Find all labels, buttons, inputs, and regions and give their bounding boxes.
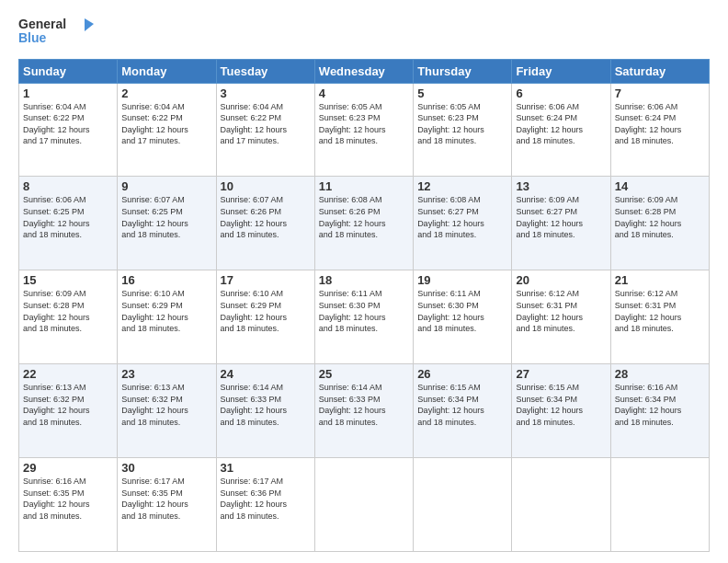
calendar-cell: 22Sunrise: 6:13 AMSunset: 6:32 PMDayligh… <box>19 364 118 458</box>
day-number: 4 <box>319 86 409 100</box>
calendar-cell <box>512 458 610 552</box>
logo: General Blue <box>18 15 101 52</box>
day-number: 13 <box>516 179 606 193</box>
day-number: 7 <box>615 86 705 100</box>
day-info: Sunrise: 6:13 AMSunset: 6:32 PMDaylight:… <box>23 383 90 427</box>
calendar-cell: 3Sunrise: 6:04 AMSunset: 6:22 PMDaylight… <box>216 83 314 177</box>
calendar-cell: 23Sunrise: 6:13 AMSunset: 6:32 PMDayligh… <box>118 364 216 458</box>
calendar-cell: 26Sunrise: 6:15 AMSunset: 6:34 PMDayligh… <box>414 364 512 458</box>
calendar-week-row: 15Sunrise: 6:09 AMSunset: 6:28 PMDayligh… <box>19 270 710 364</box>
day-info: Sunrise: 6:05 AMSunset: 6:23 PMDaylight:… <box>319 102 386 146</box>
day-info: Sunrise: 6:17 AMSunset: 6:36 PMDaylight:… <box>221 477 288 521</box>
day-number: 18 <box>319 273 409 287</box>
calendar-cell: 13Sunrise: 6:09 AMSunset: 6:27 PMDayligh… <box>512 177 610 270</box>
calendar-cell <box>314 458 413 552</box>
day-info: Sunrise: 6:04 AMSunset: 6:22 PMDaylight:… <box>221 102 288 146</box>
calendar-cell: 4Sunrise: 6:05 AMSunset: 6:23 PMDaylight… <box>314 83 413 177</box>
day-number: 16 <box>121 273 211 287</box>
calendar-header-row: SundayMondayTuesdayWednesdayThursdayFrid… <box>19 59 710 83</box>
day-info: Sunrise: 6:16 AMSunset: 6:34 PMDaylight:… <box>615 383 682 427</box>
day-info: Sunrise: 6:12 AMSunset: 6:31 PMDaylight:… <box>516 289 583 333</box>
day-number: 20 <box>516 273 606 287</box>
calendar-cell <box>414 458 512 552</box>
calendar-cell: 8Sunrise: 6:06 AMSunset: 6:25 PMDaylight… <box>19 177 118 270</box>
calendar-week-row: 8Sunrise: 6:06 AMSunset: 6:25 PMDaylight… <box>19 177 710 270</box>
calendar-cell: 7Sunrise: 6:06 AMSunset: 6:24 PMDaylight… <box>610 83 709 177</box>
calendar-cell: 30Sunrise: 6:17 AMSunset: 6:35 PMDayligh… <box>118 458 216 552</box>
calendar-cell: 16Sunrise: 6:10 AMSunset: 6:29 PMDayligh… <box>118 270 216 364</box>
day-number: 30 <box>121 461 211 475</box>
day-number: 27 <box>516 367 606 381</box>
day-info: Sunrise: 6:04 AMSunset: 6:22 PMDaylight:… <box>121 102 188 146</box>
calendar-cell: 5Sunrise: 6:05 AMSunset: 6:23 PMDaylight… <box>414 83 512 177</box>
day-info: Sunrise: 6:09 AMSunset: 6:28 PMDaylight:… <box>615 195 682 239</box>
calendar-cell: 17Sunrise: 6:10 AMSunset: 6:29 PMDayligh… <box>216 270 314 364</box>
day-number: 1 <box>23 86 113 100</box>
day-number: 8 <box>23 179 113 193</box>
day-number: 19 <box>417 273 507 287</box>
day-info: Sunrise: 6:08 AMSunset: 6:26 PMDaylight:… <box>319 195 386 239</box>
day-number: 26 <box>417 367 507 381</box>
calendar-cell: 25Sunrise: 6:14 AMSunset: 6:33 PMDayligh… <box>314 364 413 458</box>
day-info: Sunrise: 6:09 AMSunset: 6:28 PMDaylight:… <box>23 289 90 333</box>
calendar-cell: 29Sunrise: 6:16 AMSunset: 6:35 PMDayligh… <box>19 458 118 552</box>
header: General Blue <box>18 15 710 52</box>
day-info: Sunrise: 6:09 AMSunset: 6:27 PMDaylight:… <box>516 195 583 239</box>
calendar-cell: 12Sunrise: 6:08 AMSunset: 6:27 PMDayligh… <box>414 177 512 270</box>
day-info: Sunrise: 6:11 AMSunset: 6:30 PMDaylight:… <box>319 289 386 333</box>
calendar-cell: 20Sunrise: 6:12 AMSunset: 6:31 PMDayligh… <box>512 270 610 364</box>
calendar-cell: 24Sunrise: 6:14 AMSunset: 6:33 PMDayligh… <box>216 364 314 458</box>
day-info: Sunrise: 6:15 AMSunset: 6:34 PMDaylight:… <box>417 383 484 427</box>
day-number: 22 <box>23 367 113 381</box>
day-number: 9 <box>121 179 211 193</box>
day-info: Sunrise: 6:11 AMSunset: 6:30 PMDaylight:… <box>417 289 484 333</box>
calendar-week-row: 1Sunrise: 6:04 AMSunset: 6:22 PMDaylight… <box>19 83 710 177</box>
day-info: Sunrise: 6:05 AMSunset: 6:23 PMDaylight:… <box>417 102 484 146</box>
day-info: Sunrise: 6:17 AMSunset: 6:35 PMDaylight:… <box>121 477 188 521</box>
calendar-day-header: Friday <box>512 59 610 83</box>
calendar-day-header: Sunday <box>19 59 118 83</box>
day-info: Sunrise: 6:04 AMSunset: 6:22 PMDaylight:… <box>23 102 90 146</box>
day-number: 14 <box>615 179 705 193</box>
day-number: 12 <box>417 179 507 193</box>
page: General Blue SundayMondayTuesdayWednesda… <box>0 0 728 563</box>
day-info: Sunrise: 6:10 AMSunset: 6:29 PMDaylight:… <box>121 289 188 333</box>
calendar-cell: 6Sunrise: 6:06 AMSunset: 6:24 PMDaylight… <box>512 83 610 177</box>
day-number: 11 <box>319 179 409 193</box>
calendar-day-header: Saturday <box>610 59 709 83</box>
calendar-cell: 19Sunrise: 6:11 AMSunset: 6:30 PMDayligh… <box>414 270 512 364</box>
calendar-cell: 14Sunrise: 6:09 AMSunset: 6:28 PMDayligh… <box>610 177 709 270</box>
day-info: Sunrise: 6:13 AMSunset: 6:32 PMDaylight:… <box>121 383 188 427</box>
day-info: Sunrise: 6:14 AMSunset: 6:33 PMDaylight:… <box>319 383 386 427</box>
day-number: 23 <box>121 367 211 381</box>
calendar-week-row: 22Sunrise: 6:13 AMSunset: 6:32 PMDayligh… <box>19 364 710 458</box>
calendar-cell: 18Sunrise: 6:11 AMSunset: 6:30 PMDayligh… <box>314 270 413 364</box>
day-info: Sunrise: 6:08 AMSunset: 6:27 PMDaylight:… <box>417 195 484 239</box>
day-info: Sunrise: 6:14 AMSunset: 6:33 PMDaylight:… <box>221 383 288 427</box>
calendar-cell: 9Sunrise: 6:07 AMSunset: 6:25 PMDaylight… <box>118 177 216 270</box>
calendar-cell: 31Sunrise: 6:17 AMSunset: 6:36 PMDayligh… <box>216 458 314 552</box>
day-info: Sunrise: 6:16 AMSunset: 6:35 PMDaylight:… <box>23 477 90 521</box>
day-number: 28 <box>615 367 705 381</box>
day-number: 6 <box>516 86 606 100</box>
day-info: Sunrise: 6:06 AMSunset: 6:24 PMDaylight:… <box>615 102 682 146</box>
calendar-cell <box>610 458 709 552</box>
calendar-day-header: Thursday <box>414 59 512 83</box>
day-number: 25 <box>319 367 409 381</box>
day-number: 10 <box>221 179 311 193</box>
calendar-day-header: Tuesday <box>216 59 314 83</box>
day-info: Sunrise: 6:06 AMSunset: 6:24 PMDaylight:… <box>516 102 583 146</box>
day-info: Sunrise: 6:06 AMSunset: 6:25 PMDaylight:… <box>23 195 90 239</box>
calendar-week-row: 29Sunrise: 6:16 AMSunset: 6:35 PMDayligh… <box>19 458 710 552</box>
day-info: Sunrise: 6:07 AMSunset: 6:26 PMDaylight:… <box>221 195 288 239</box>
day-number: 3 <box>221 86 311 100</box>
calendar-cell: 1Sunrise: 6:04 AMSunset: 6:22 PMDaylight… <box>19 83 118 177</box>
day-number: 29 <box>23 461 113 475</box>
calendar-cell: 27Sunrise: 6:15 AMSunset: 6:34 PMDayligh… <box>512 364 610 458</box>
day-number: 5 <box>417 86 507 100</box>
day-number: 21 <box>615 273 705 287</box>
logo-arrow-icon <box>85 18 94 31</box>
day-info: Sunrise: 6:10 AMSunset: 6:29 PMDaylight:… <box>221 289 288 333</box>
logo-svg: General Blue <box>18 15 101 48</box>
calendar-day-header: Wednesday <box>314 59 413 83</box>
